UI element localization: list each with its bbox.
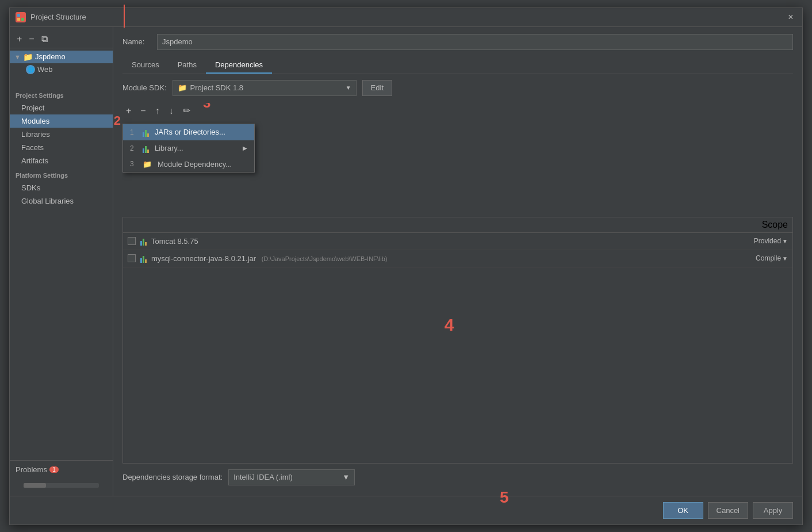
storage-dropdown[interactable]: IntelliJ IDEA (.iml) ▼ [228,469,355,485]
table-row: Tomcat 8.5.75 Provided ▼ [123,233,792,250]
dep-mysql-scope[interactable]: Compile ▼ [756,254,788,262]
project-structure-dialog: Project Structure × + − ⧉ ▼ 📁 Jspdemo 🌐 … [9,7,803,525]
dep-tomcat-scope[interactable]: Provided ▼ [754,237,788,245]
library-icon [143,144,149,153]
tab-paths[interactable]: Paths [168,57,206,74]
storage-dropdown-arrow: ▼ [342,473,350,481]
sdk-value: Project SDK 1.8 [190,83,244,92]
tree-item-web[interactable]: 🌐 Web [10,63,113,76]
add-dep-dropdown-menu: 1 JARs or Directories... 2 [122,124,255,173]
main-content: + − ⧉ ▼ 📁 Jspdemo 🌐 Web Project Settings… [10,27,802,496]
tree-item-jspdemo[interactable]: ▼ 📁 Jspdemo [10,51,113,63]
storage-value: IntelliJ IDEA (.iml) [233,473,293,481]
deps-toolbar: + − ↑ ↓ ✏ 3 1 [122,103,793,119]
annotation-3: 3 [203,103,210,111]
tab-dependencies[interactable]: Dependencies [206,57,272,74]
add-dep-button[interactable]: + [122,105,135,117]
svg-rect-0 [17,14,20,17]
tree-item-jspdemo-label: Jspdemo [35,52,66,61]
annotation-2: 2 [114,113,121,128]
app-icon [16,12,26,22]
apply-button[interactable]: Apply [753,502,793,519]
jar-dep-icon [140,254,147,263]
project-settings-label: Project Settings [10,87,113,101]
dialog-title: Project Structure [30,13,780,21]
module-dep-icon: 📁 [143,160,152,169]
scope-dropdown-arrow-2: ▼ [782,255,788,262]
edit-sdk-button[interactable]: Edit [362,80,392,96]
dep-tomcat-name: Tomcat 8.5.75 [151,237,749,246]
storage-row: Dependencies storage format: IntelliJ ID… [122,464,793,489]
sidebar-item-project[interactable]: Project [10,101,113,114]
sidebar-item-modules[interactable]: Modules 2 [10,114,113,128]
tabs-row: Sources Paths Dependencies [122,57,793,74]
menu-item-library-label: Library... [155,144,183,152]
sidebar-item-libraries-label: Libraries [21,130,50,139]
sidebar-toolbar: + − ⧉ [10,30,113,48]
dep-mysql-name: mysql-connector-java-8.0.21.jar (D:\Java… [151,254,751,263]
edit-dep-button[interactable]: ✏ [179,105,194,117]
deps-table-header: Scope [123,217,792,233]
problems-label: Problems [16,465,47,474]
problems-badge: 1 [49,466,59,473]
menu-item-3-num: 3 [130,160,137,168]
sidebar-item-facets[interactable]: Facets [10,141,113,154]
copy-module-button[interactable]: ⧉ [39,33,50,45]
menu-item-jars[interactable]: 1 JARs or Directories... [123,124,254,140]
storage-label: Dependencies storage format: [122,473,223,481]
move-up-dep-button[interactable]: ↑ [152,105,163,117]
move-down-dep-button[interactable]: ↓ [166,105,177,117]
sidebar-item-global-libraries[interactable]: Global Libraries [10,194,113,208]
remove-dep-button[interactable]: − [137,105,149,117]
close-button[interactable]: × [785,12,796,23]
sidebar-item-artifacts[interactable]: Artifacts [10,154,113,167]
menu-item-jars-label: JARs or Directories... [155,128,225,136]
name-input[interactable] [157,34,793,50]
annotation-5: 5 [500,488,509,507]
sidebar-item-libraries[interactable]: Libraries [10,128,113,141]
sidebar-item-global-libraries-label: Global Libraries [21,197,74,205]
remove-module-button[interactable]: − [26,33,36,45]
sidebar-item-modules-label: Modules [21,117,49,125]
sdk-folder-icon: 📁 [178,83,187,92]
tree-item-web-label: Web [37,65,53,74]
svg-rect-3 [21,18,24,21]
submenu-chevron-icon: ▶ [243,145,247,151]
annotation-line [124,5,125,28]
sidebar-item-artifacts-label: Artifacts [21,156,48,165]
menu-item-module-dep[interactable]: 3 📁 Module Dependency... [123,156,254,172]
menu-item-2-num: 2 [130,144,137,152]
sidebar-item-problems[interactable]: Problems 1 [10,463,113,476]
dep-mysql-path: (D:\JavaProjects\Jspdemo\web\WEB-INF\lib… [262,255,388,262]
menu-item-library[interactable]: 2 Library... ▶ [123,140,254,156]
table-row: mysql-connector-java-8.0.21.jar (D:\Java… [123,250,792,267]
module-sdk-label: Module SDK: [122,83,167,92]
add-module-button[interactable]: + [14,33,24,45]
platform-settings-label: Platform Settings [10,167,113,181]
cancel-button[interactable]: Cancel [708,502,748,519]
bottom-bar: 5 OK Cancel Apply [10,496,802,525]
name-row: Name: [122,34,793,50]
dep-checkbox-tomcat[interactable] [128,237,136,245]
menu-item-1-num: 1 [130,128,137,136]
sidebar-item-sdks[interactable]: SDKs [10,181,113,194]
web-icon: 🌐 [26,65,35,74]
deps-area: + − ↑ ↓ ✏ 3 1 [122,103,793,489]
sdk-dropdown[interactable]: 📁 Project SDK 1.8 ▼ [173,80,357,96]
sidebar-item-sdks-label: SDKs [21,183,40,192]
folder-icon: 📁 [23,52,33,62]
ok-button[interactable]: OK [663,502,703,519]
sidebar-item-facets-label: Facets [21,143,44,152]
svg-rect-2 [17,18,20,21]
sidebar-item-project-label: Project [21,104,44,112]
tab-sources[interactable]: Sources [122,57,168,74]
scope-dropdown-arrow: ▼ [782,238,788,244]
dep-checkbox-mysql[interactable] [128,254,136,262]
deps-table: Scope Tomcat 8.5.75 Provided ▼ [122,217,793,464]
module-sdk-row: Module SDK: 📁 Project SDK 1.8 ▼ Edit [122,80,793,96]
jar-icon [143,128,149,137]
sdk-dropdown-arrow: ▼ [346,85,351,91]
title-bar: Project Structure × [10,8,802,27]
sidebar-sections: Project Settings Project Modules 2 Libra… [10,76,113,492]
svg-rect-1 [21,14,24,17]
